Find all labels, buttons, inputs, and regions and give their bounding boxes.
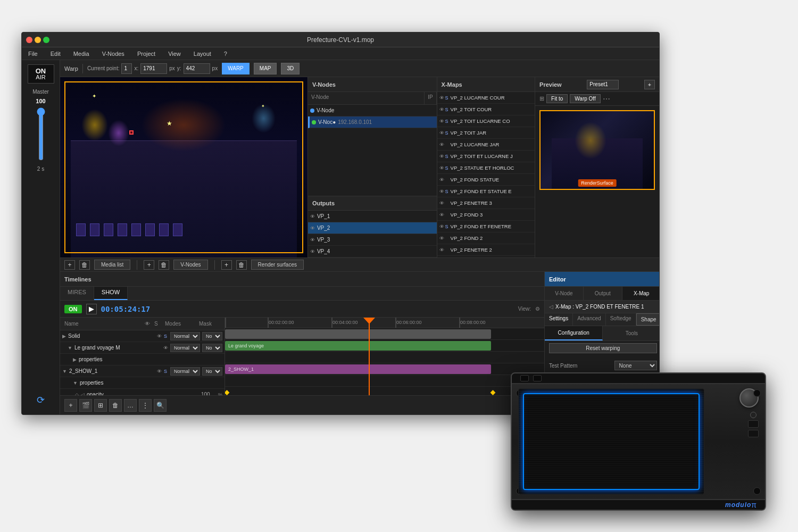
warp-button[interactable]: WARP <box>222 63 250 74</box>
menu-project[interactable]: Project <box>135 49 157 58</box>
track-mode-voyage[interactable]: Normal <box>170 344 200 352</box>
track-header: Name 👁 S Modes Mask <box>60 318 225 330</box>
track-mask-voyage[interactable]: No <box>202 344 222 352</box>
close-button[interactable] <box>26 37 32 43</box>
xmap-13[interactable]: 👁VP_2 FENETRE 2 <box>437 244 535 256</box>
reset-warping-button[interactable]: Reset warping <box>549 343 657 353</box>
track-eye-voyage[interactable]: 👁 <box>163 345 168 351</box>
map-button[interactable]: MAP <box>254 63 277 74</box>
output-item-2[interactable]: 👁 VP_3 <box>308 234 437 246</box>
vnodes-button[interactable]: V-Nodes <box>173 260 207 270</box>
shape-button[interactable]: Shape <box>636 313 659 326</box>
dots-button[interactable]: … <box>124 399 137 412</box>
xmap-6[interactable]: 👁SVP_2 STATUE ET HORLOC <box>437 162 535 174</box>
menu-view[interactable]: View <box>166 49 183 58</box>
xmap-12[interactable]: 👁VP_2 FOND 2 <box>437 232 535 244</box>
tab-show[interactable]: SHOW <box>94 287 128 300</box>
menu-vnodes[interactable]: V-Nodes <box>100 49 127 58</box>
track-mode-show1[interactable]: Normal <box>170 367 200 376</box>
xmap-10[interactable]: 👁VP_2 FOND 3 <box>437 209 535 221</box>
xmap-title-text: X-Map : VP_2 FOND ET FENETRE 1 <box>555 304 644 310</box>
track-eye-show1[interactable]: 👁 <box>157 369 162 374</box>
menu-layout[interactable]: Layout <box>192 49 213 58</box>
menu-file[interactable]: File <box>26 49 40 58</box>
xmap-2[interactable]: 👁SVP_2 TOIT LUCARNE CO <box>437 115 535 127</box>
xmap-3[interactable]: 👁SVP_2 TOIT JAR <box>437 127 535 139</box>
menu-edit[interactable]: Edit <box>48 49 63 58</box>
add-render-button[interactable]: + <box>221 260 232 270</box>
maximize-button[interactable] <box>43 37 49 43</box>
output-item-1[interactable]: 👁 VP_2 <box>308 222 437 234</box>
xmap-5[interactable]: 👁SVP_2 TOIT ET LUCARNE J <box>437 151 535 162</box>
xmap-1[interactable]: 👁SVP_2 TOIT COUR <box>437 104 535 115</box>
menu-media[interactable]: Media <box>71 49 92 58</box>
del-media-button[interactable]: 🗑 <box>79 260 90 270</box>
track-name-solid: Solid <box>68 333 155 339</box>
add-preset-button[interactable]: + <box>644 80 655 89</box>
output-item-3[interactable]: 👁 VP_4 <box>308 246 437 257</box>
vnode-item-0[interactable]: V-Node <box>308 105 437 117</box>
tab-mires[interactable]: MIRES <box>60 287 94 300</box>
x-input[interactable] <box>140 63 167 74</box>
more-options-button[interactable]: ⋯ <box>603 95 610 103</box>
divider2 <box>214 260 215 270</box>
settings-tab-softedge[interactable]: Softedge <box>606 313 636 326</box>
menu-help[interactable]: ? <box>222 49 229 58</box>
server-knob[interactable] <box>739 388 759 408</box>
add-vnode-button[interactable]: + <box>144 260 154 270</box>
del-render-button[interactable]: 🗑 <box>236 260 247 270</box>
search-button[interactable]: 🔍 <box>154 399 167 412</box>
point-number-input[interactable] <box>121 63 132 74</box>
tab-output[interactable]: Output <box>584 287 622 300</box>
add-track-button[interactable]: + <box>64 399 77 412</box>
xmap-9[interactable]: 👁VP_2 FENETRE 3 <box>437 197 535 209</box>
xmap-14[interactable]: 👁SVP_2 FOND ET FENETRE <box>437 256 535 257</box>
xmap-8[interactable]: 👁SVP_2 FOND ET STATUE E <box>437 186 535 197</box>
preview-title: Preview <box>539 81 562 88</box>
view-options[interactable]: ⚙ <box>535 306 540 312</box>
track-solid[interactable]: ▶ Solid 👁 S Normal No <box>60 330 225 342</box>
tab-v-node[interactable]: V-Node <box>545 287 584 300</box>
xmap-7[interactable]: 👁VP_2 FOND STATUE <box>437 174 535 186</box>
vnode-name-0: V-Node <box>317 107 334 113</box>
config-tab-tools[interactable]: Tools <box>603 326 659 340</box>
track-show1[interactable]: ▼ 2_SHOW_1 👁 S Normal No <box>60 365 225 377</box>
track-mode-solid[interactable]: Normal <box>170 332 200 340</box>
xmap-0[interactable]: 👁SVP_2 LUCARNE COUR <box>437 92 535 104</box>
loop-icon[interactable]: ⟳ <box>37 394 45 406</box>
preset-input[interactable] <box>587 80 619 89</box>
on-button[interactable]: ON <box>64 305 82 313</box>
master-slider[interactable] <box>37 107 45 161</box>
track-props-0[interactable]: ▶ properties <box>60 354 225 365</box>
track-props-1[interactable]: ▼ properties <box>60 377 225 389</box>
xmap-11[interactable]: 👁SVP_2 FOND ET FENETRE <box>437 221 535 232</box>
settings-tab-settings[interactable]: Settings <box>545 313 573 326</box>
more-button[interactable]: ⋮ <box>139 399 152 412</box>
warp-off-button[interactable]: Warp Off <box>570 94 600 103</box>
y-input[interactable] <box>184 63 210 74</box>
film-icon-button[interactable]: 🎬 <box>79 399 92 412</box>
track-grand-voyage[interactable]: ▼ Le grand voyage M 👁 Normal No <box>60 342 225 354</box>
vnode-item-1[interactable]: V-Noc● 192.168.0.101 <box>308 117 437 128</box>
track-eye-solid[interactable]: 👁 <box>157 334 162 339</box>
grid-icon-button[interactable]: ⊞ <box>94 399 107 412</box>
minimize-button[interactable] <box>35 37 41 43</box>
del-vnode-button[interactable]: 🗑 <box>159 260 169 270</box>
play-button[interactable]: ▶ <box>86 304 97 314</box>
tab-x-map[interactable]: X-Map <box>622 287 659 300</box>
xmap-4[interactable]: 👁VP_2 LUCARNE JAR <box>437 139 535 151</box>
test-pattern-select[interactable]: None <box>614 361 657 370</box>
delete-button[interactable]: 🗑 <box>109 399 122 412</box>
fit-to-button[interactable]: Fit to <box>546 94 568 103</box>
settings-tab-advanced[interactable]: Advanced <box>573 313 605 326</box>
track-opacity-0[interactable]: ◇ ◁ opacity 100 % <box>60 389 225 395</box>
media-list-button[interactable]: Media list <box>94 260 130 270</box>
output-item-0[interactable]: 👁 VP_1 <box>308 211 437 222</box>
config-tab-configuration[interactable]: Configuration <box>545 326 603 340</box>
add-media-button[interactable]: + <box>64 260 75 270</box>
track-mask-solid[interactable]: No <box>202 332 222 340</box>
render-surfaces-button[interactable]: Render surfaces <box>251 260 304 270</box>
track-mask-show1[interactable]: No <box>202 367 222 376</box>
3d-button[interactable]: 3D <box>281 63 300 74</box>
outputs-list: 👁 VP_1 👁 VP_2 👁 VP_3 👁 <box>308 211 437 257</box>
